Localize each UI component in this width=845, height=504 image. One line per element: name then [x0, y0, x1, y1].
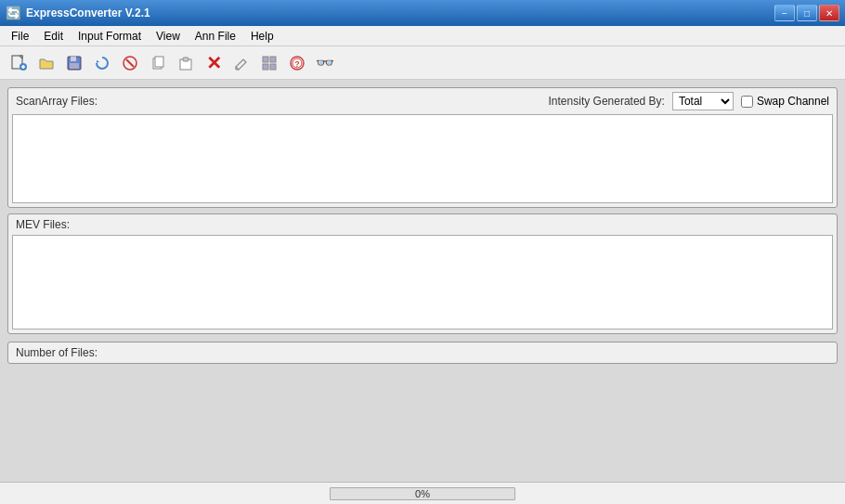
- svg-rect-6: [71, 57, 76, 61]
- svg-rect-20: [270, 64, 276, 70]
- app-icon: 🔄: [6, 6, 20, 20]
- scan-array-file-list[interactable]: [12, 114, 833, 203]
- minimize-button[interactable]: −: [774, 5, 795, 21]
- menu-edit[interactable]: Edit: [36, 26, 71, 45]
- svg-rect-14: [183, 58, 188, 61]
- svg-marker-8: [97, 60, 99, 63]
- menu-input-format[interactable]: Input Format: [71, 26, 149, 45]
- scan-array-label: ScanArray Files:: [16, 95, 98, 108]
- status-bar: 0%: [0, 482, 845, 504]
- svg-rect-19: [263, 64, 268, 70]
- toolbar-settings-button[interactable]: 👓: [312, 50, 338, 76]
- app-title: ExpressConverter V.2.1: [26, 6, 150, 19]
- toolbar-edit-button[interactable]: [228, 50, 254, 76]
- menu-file[interactable]: File: [4, 26, 36, 45]
- toolbar-grid-button[interactable]: [256, 50, 282, 76]
- scan-array-header-right: Intensity Generated By: Total Mean Media…: [549, 92, 829, 110]
- svg-text:?: ?: [294, 59, 300, 69]
- intensity-label: Intensity Generated By:: [549, 95, 665, 108]
- num-files-label: Number of Files:: [16, 346, 98, 359]
- mev-label: MEV Files:: [16, 218, 70, 231]
- swap-channel-label: Swap Channel: [757, 95, 829, 108]
- title-bar-buttons: − □ ✕: [774, 5, 839, 21]
- scan-array-panel: ScanArray Files: Intensity Generated By:…: [7, 87, 838, 208]
- svg-rect-12: [155, 57, 163, 67]
- toolbar-copy-button[interactable]: [145, 50, 171, 76]
- toolbar-open-button[interactable]: [33, 50, 59, 76]
- toolbar-paste-button[interactable]: [173, 50, 199, 76]
- toolbar-new-button[interactable]: [6, 50, 32, 76]
- intensity-select[interactable]: Total Mean Median: [672, 92, 734, 110]
- svg-rect-7: [70, 63, 79, 69]
- mev-panel: MEV Files:: [7, 213, 838, 334]
- swap-channel-area: Swap Channel: [741, 95, 829, 108]
- menu-view[interactable]: View: [149, 26, 188, 45]
- maximize-button[interactable]: □: [797, 5, 817, 21]
- toolbar-save-button[interactable]: [61, 50, 87, 76]
- mev-file-list[interactable]: [12, 235, 833, 330]
- toolbar: ✕ ? 👓: [0, 46, 845, 80]
- title-bar: 🔄 ExpressConverter V.2.1 − □ ✕: [0, 0, 845, 26]
- svg-rect-17: [263, 57, 268, 62]
- main-content: ScanArray Files: Intensity Generated By:…: [0, 80, 845, 482]
- progress-bar-container: 0%: [330, 487, 515, 500]
- svg-line-10: [126, 59, 134, 67]
- scan-array-panel-header: ScanArray Files: Intensity Generated By:…: [8, 88, 837, 114]
- close-button[interactable]: ✕: [819, 5, 839, 21]
- toolbar-stop-button[interactable]: [117, 50, 143, 76]
- toolbar-refresh-button[interactable]: [89, 50, 115, 76]
- menu-ann-file[interactable]: Ann File: [188, 26, 243, 45]
- swap-channel-checkbox[interactable]: [741, 96, 753, 108]
- num-files-row: Number of Files:: [7, 342, 838, 364]
- toolbar-help-button[interactable]: ?: [284, 50, 310, 76]
- svg-rect-18: [270, 57, 276, 62]
- menu-help[interactable]: Help: [243, 26, 281, 45]
- progress-text: 0%: [415, 488, 430, 499]
- mev-panel-header: MEV Files:: [8, 214, 837, 235]
- title-bar-left: 🔄 ExpressConverter V.2.1: [6, 6, 150, 20]
- menu-bar: File Edit Input Format View Ann File Hel…: [0, 26, 845, 46]
- toolbar-delete-button[interactable]: ✕: [201, 50, 227, 76]
